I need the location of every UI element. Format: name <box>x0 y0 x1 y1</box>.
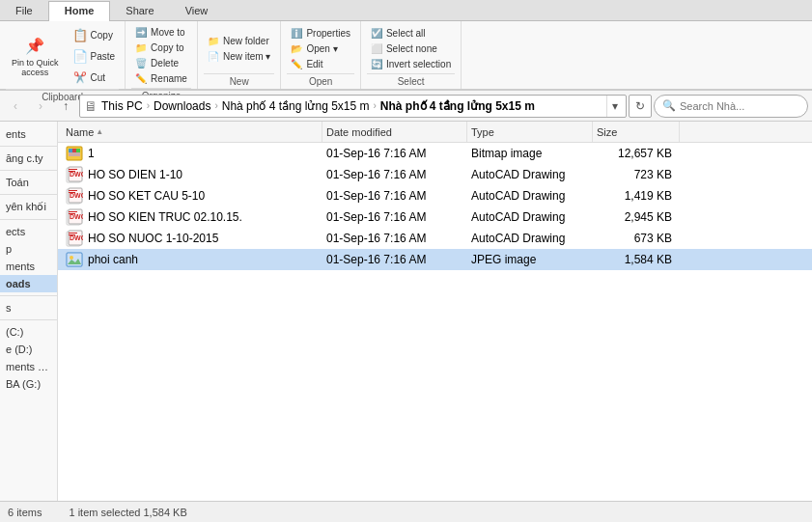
sidebar-item-ents[interactable]: ents <box>0 125 57 143</box>
copy-button[interactable]: 📋 Copy <box>69 25 120 44</box>
ribbon-group-organize: ➡️ Move to 📁 Copy to 🗑️ Delete ✏️ Rename… <box>126 21 198 89</box>
sidebar-item-e[interactable]: ments (E:) <box>0 358 57 375</box>
tab-share[interactable]: Share <box>110 0 169 20</box>
pin-icon: 📌 <box>23 34 46 57</box>
file-size-cell: 12,657 KB <box>593 147 680 160</box>
tab-view[interactable]: View <box>170 0 224 20</box>
crumb-downloads[interactable]: Downloads <box>154 99 210 113</box>
rename-icon: ✏️ <box>135 73 147 84</box>
forward-button[interactable]: › <box>29 95 52 118</box>
select-buttons: ☑️ Select all ⬜ Select none 🔄 Invert sel… <box>367 25 455 71</box>
rename-label: Rename <box>151 73 187 84</box>
file-date-cell: 01-Sep-16 7:16 AM <box>322 189 467 203</box>
file-name: HO SO KIEN TRUC 02.10.15. <box>88 210 242 224</box>
move-icon: ➡️ <box>135 27 147 38</box>
search-input[interactable] <box>680 100 799 112</box>
sidebar-item-c[interactable]: (C:) <box>0 323 57 341</box>
file-list: 1 01-Sep-16 7:16 AM Bitmap image 12,657 … <box>58 143 812 270</box>
file-area: Name ▲ Date modified Type Size 1 01-Sep-… <box>58 122 812 501</box>
new-buttons: 📁 New folder 📄 New item ▾ <box>204 25 274 71</box>
sidebar-sep-6 <box>0 319 57 320</box>
sidebar-item-congty[interactable]: ăng c.ty <box>0 150 57 167</box>
move-to-button[interactable]: ➡️ Move to <box>131 25 189 40</box>
sidebar-item-d[interactable]: e (D:) <box>0 341 57 358</box>
tab-file[interactable]: File <box>0 0 48 20</box>
file-size: 723 KB <box>634 168 672 181</box>
table-row[interactable]: phoi canh 01-Sep-16 7:16 AM JPEG image 1… <box>58 249 812 270</box>
delete-button[interactable]: 🗑️ Delete <box>131 56 182 70</box>
open-button[interactable]: 📂 Open ▾ <box>287 41 341 56</box>
sidebar-item-ments[interactable]: ments <box>0 258 57 275</box>
refresh-button[interactable]: ↻ <box>629 95 652 118</box>
select-all-icon: ☑️ <box>371 28 382 39</box>
paste-button[interactable]: 📄 Paste <box>69 46 120 66</box>
up-button[interactable]: ↑ <box>54 95 77 118</box>
sidebar-item-yenkhoi[interactable]: yên khối <box>0 198 57 216</box>
search-icon: 🔍 <box>662 99 676 112</box>
select-all-button[interactable]: ☑️ Select all <box>367 26 430 41</box>
cut-button[interactable]: ✂️ Cut <box>69 68 120 87</box>
copy-to-button[interactable]: 📁 Copy to <box>131 41 187 55</box>
new-item-button[interactable]: 📄 New item ▾ <box>204 49 274 64</box>
crumb-folder[interactable]: Nhà phố 4 tầng lửng 5x15 m <box>222 99 370 113</box>
file-size: 1,584 KB <box>625 253 672 266</box>
table-row[interactable]: DWG HO SO DIEN 1-10 01-Sep-16 7:16 AM Au… <box>58 164 812 185</box>
sidebar-item-ects[interactable]: ects <box>0 223 57 240</box>
file-name: phoi canh <box>88 253 138 266</box>
edit-icon: ✏️ <box>291 59 302 69</box>
address-bar-container: ‹ › ↑ 🖥 This PC › Downloads › Nhà phố 4 … <box>0 91 812 122</box>
table-row[interactable]: DWG HO SO KET CAU 5-10 01-Sep-16 7:16 AM… <box>58 185 812 206</box>
col-size[interactable]: Size <box>593 122 680 142</box>
sidebar-item-oads[interactable]: oads <box>0 275 57 292</box>
invert-selection-button[interactable]: 🔄 Invert selection <box>367 57 455 71</box>
sidebar-item-g[interactable]: BA (G:) <box>0 375 57 393</box>
address-dropdown-button[interactable]: ▾ <box>606 95 622 118</box>
ribbon-group-open: ℹ️ Properties 📂 Open ▾ ✏️ Edit Open <box>281 21 361 89</box>
status-bar: 6 items 1 item selected 1,584 KB <box>0 501 812 522</box>
col-date[interactable]: Date modified <box>322 122 467 142</box>
column-headers: Name ▲ Date modified Type Size <box>58 122 812 143</box>
sidebar-item-s[interactable]: s <box>0 299 57 316</box>
pin-button[interactable]: 📌 Pin to Quickaccess <box>6 31 65 81</box>
new-folder-button[interactable]: 📁 New folder <box>204 34 273 48</box>
clipboard-buttons: 📌 Pin to Quickaccess 📋 Copy 📄 Paste ✂️ C… <box>6 25 119 87</box>
file-date: 01-Sep-16 7:16 AM <box>326 189 426 203</box>
file-icon: DWG <box>66 166 83 183</box>
pin-label: Pin to Quickaccess <box>12 59 59 78</box>
properties-button[interactable]: ℹ️ Properties <box>287 26 354 41</box>
new-folder-icon: 📁 <box>208 36 219 46</box>
rename-button[interactable]: ✏️ Rename <box>131 71 191 86</box>
crumb-this-pc[interactable]: This PC <box>101 99 143 113</box>
select-none-button[interactable]: ⬜ Select none <box>367 41 441 56</box>
table-row[interactable]: 1 01-Sep-16 7:16 AM Bitmap image 12,657 … <box>58 143 812 164</box>
paste-label: Paste <box>91 51 116 62</box>
file-date: 01-Sep-16 7:16 AM <box>326 168 426 181</box>
invert-label: Invert selection <box>386 59 451 69</box>
organize-buttons: ➡️ Move to 📁 Copy to 🗑️ Delete ✏️ Rename <box>131 25 191 86</box>
svg-rect-5 <box>69 152 80 156</box>
col-name[interactable]: Name ▲ <box>62 122 322 142</box>
edit-button[interactable]: ✏️ Edit <box>287 57 326 71</box>
file-icon: DWG <box>66 230 83 247</box>
svg-rect-2 <box>69 149 72 152</box>
open-icon: 📂 <box>291 43 302 54</box>
move-label: Move to <box>151 27 185 38</box>
table-row[interactable]: DWG HO SO NUOC 1-10-2015 01-Sep-16 7:16 … <box>58 228 812 249</box>
file-icon: DWG <box>66 208 83 226</box>
file-size-cell: 1,419 KB <box>593 189 680 203</box>
address-bar[interactable]: 🖥 This PC › Downloads › Nhà phố 4 tầng l… <box>79 95 627 118</box>
open-buttons: ℹ️ Properties 📂 Open ▾ ✏️ Edit <box>287 25 354 71</box>
table-row[interactable]: DWG HO SO KIEN TRUC 02.10.15. 01-Sep-16 … <box>58 206 812 228</box>
new-group-label: New <box>204 73 274 87</box>
tab-home[interactable]: Home <box>48 1 111 21</box>
new-item-label: New item ▾ <box>223 51 270 62</box>
edit-label: Edit <box>306 59 322 69</box>
file-type: AutoCAD Drawing <box>471 168 565 181</box>
select-none-icon: ⬜ <box>371 43 382 54</box>
sidebar-item-p[interactable]: p <box>0 240 57 258</box>
file-name: HO SO NUOC 1-10-2015 <box>88 232 218 245</box>
sidebar-item-toan[interactable]: Toán <box>0 174 57 191</box>
col-type[interactable]: Type <box>467 122 593 142</box>
back-button[interactable]: ‹ <box>4 95 27 118</box>
invert-icon: 🔄 <box>371 59 382 69</box>
